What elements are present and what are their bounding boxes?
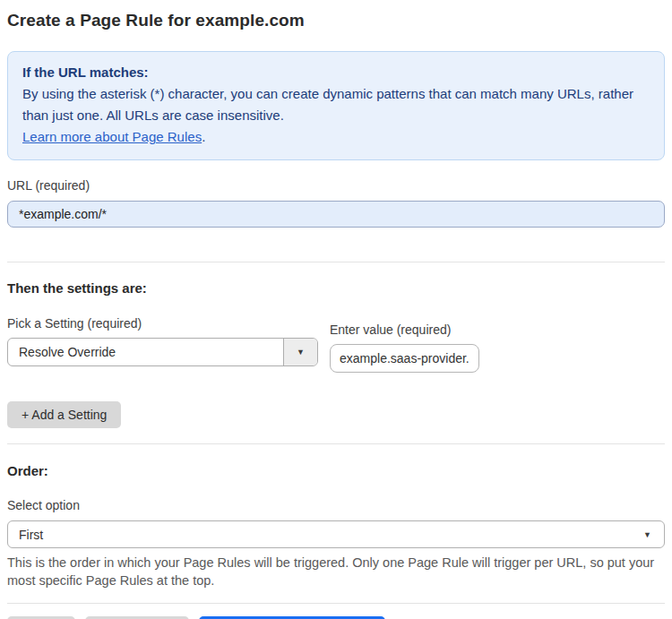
chevron-down-icon: ▼	[643, 530, 651, 538]
setting-value-column: Enter value (required)	[330, 305, 479, 373]
order-help-text: This is the order in which your Page Rul…	[7, 554, 658, 589]
divider	[7, 603, 665, 604]
page-title: Create a Page Rule for example.com	[7, 11, 665, 30]
url-input[interactable]	[7, 201, 665, 228]
settings-section-heading: Then the settings are:	[7, 280, 665, 296]
order-section-heading: Order:	[7, 463, 665, 478]
divider	[7, 443, 665, 444]
chevron-down-icon: ▼	[297, 348, 305, 357]
info-box-body: By using the asterisk (*) character, you…	[22, 83, 650, 126]
url-match-info-box: If the URL matches: By using the asteris…	[7, 51, 665, 160]
setting-value-label: Enter value (required)	[330, 322, 479, 337]
order-select[interactable]: First ▼	[7, 520, 665, 548]
divider	[7, 262, 665, 262]
order-select-label: Select option	[7, 498, 665, 512]
info-box-heading: If the URL matches:	[22, 62, 650, 83]
setting-value-input[interactable]	[330, 344, 479, 373]
link-suffix: .	[202, 129, 205, 144]
settings-row: Pick a Setting (required) Resolve Overri…	[7, 298, 665, 373]
setting-select-arrow-button[interactable]: ▼	[283, 339, 317, 365]
url-field-label: URL (required)	[7, 178, 665, 193]
order-select-value: First	[19, 528, 43, 542]
info-box-link-line: Learn more about Page Rules.	[22, 126, 650, 148]
setting-picker-label: Pick a Setting (required)	[7, 316, 318, 331]
setting-select[interactable]: Resolve Override ▼	[7, 338, 318, 366]
setting-picker-column: Pick a Setting (required) Resolve Overri…	[7, 298, 318, 366]
add-setting-button[interactable]: + Add a Setting	[7, 401, 121, 428]
setting-select-value: Resolve Override	[8, 339, 283, 365]
page-rule-form: Create a Page Rule for example.com If th…	[0, 11, 672, 619]
learn-more-link[interactable]: Learn more about Page Rules	[22, 129, 202, 144]
